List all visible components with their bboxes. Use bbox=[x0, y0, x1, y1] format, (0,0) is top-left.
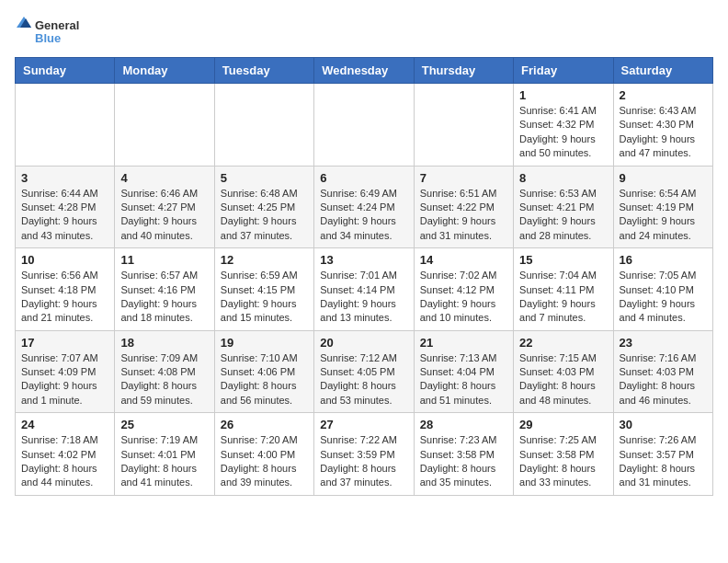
calendar-cell: 2Sunrise: 6:43 AM Sunset: 4:30 PM Daylig… bbox=[613, 84, 712, 167]
calendar-cell bbox=[314, 84, 414, 167]
day-number: 29 bbox=[519, 418, 607, 431]
calendar-cell: 11Sunrise: 6:57 AM Sunset: 4:16 PM Dayli… bbox=[115, 248, 214, 331]
day-info: Sunrise: 6:57 AM Sunset: 4:16 PM Dayligh… bbox=[120, 269, 208, 326]
calendar-cell: 21Sunrise: 7:13 AM Sunset: 4:04 PM Dayli… bbox=[414, 330, 513, 413]
calendar-cell: 1Sunrise: 6:41 AM Sunset: 4:32 PM Daylig… bbox=[514, 84, 613, 167]
day-info: Sunrise: 7:09 AM Sunset: 4:08 PM Dayligh… bbox=[120, 351, 208, 408]
calendar-cell bbox=[16, 84, 115, 167]
calendar-cell: 6Sunrise: 6:49 AM Sunset: 4:24 PM Daylig… bbox=[314, 166, 414, 248]
calendar-cell bbox=[115, 84, 214, 167]
logo-svg: General Blue bbox=[15, 15, 88, 50]
calendar-cell: 27Sunrise: 7:22 AM Sunset: 3:59 PM Dayli… bbox=[314, 413, 414, 496]
calendar-week-row: 24Sunrise: 7:18 AM Sunset: 4:02 PM Dayli… bbox=[16, 413, 713, 496]
day-number: 21 bbox=[420, 336, 507, 350]
day-info: Sunrise: 7:10 AM Sunset: 4:06 PM Dayligh… bbox=[221, 351, 308, 408]
calendar-cell: 18Sunrise: 7:09 AM Sunset: 4:08 PM Dayli… bbox=[115, 330, 214, 413]
calendar-cell: 20Sunrise: 7:12 AM Sunset: 4:05 PM Dayli… bbox=[314, 330, 414, 413]
day-info: Sunrise: 7:16 AM Sunset: 4:03 PM Dayligh… bbox=[620, 351, 707, 408]
calendar-cell: 22Sunrise: 7:15 AM Sunset: 4:03 PM Dayli… bbox=[514, 330, 613, 413]
day-info: Sunrise: 6:44 AM Sunset: 4:28 PM Dayligh… bbox=[21, 187, 108, 244]
col-header-friday: Friday bbox=[514, 58, 613, 84]
day-info: Sunrise: 7:18 AM Sunset: 4:02 PM Dayligh… bbox=[21, 433, 108, 490]
col-header-sunday: Sunday bbox=[16, 58, 115, 84]
day-info: Sunrise: 6:53 AM Sunset: 4:21 PM Dayligh… bbox=[519, 187, 607, 244]
calendar-cell: 23Sunrise: 7:16 AM Sunset: 4:03 PM Dayli… bbox=[613, 330, 712, 413]
day-number: 19 bbox=[221, 336, 308, 350]
day-number: 30 bbox=[620, 418, 707, 431]
calendar-cell bbox=[214, 84, 313, 167]
calendar-cell: 15Sunrise: 7:04 AM Sunset: 4:11 PM Dayli… bbox=[514, 248, 613, 331]
day-number: 3 bbox=[21, 171, 108, 185]
calendar-cell: 24Sunrise: 7:18 AM Sunset: 4:02 PM Dayli… bbox=[16, 413, 115, 496]
day-info: Sunrise: 7:26 AM Sunset: 3:57 PM Dayligh… bbox=[620, 433, 707, 490]
day-number: 11 bbox=[120, 253, 208, 267]
calendar-cell: 14Sunrise: 7:02 AM Sunset: 4:12 PM Dayli… bbox=[414, 248, 513, 331]
day-number: 16 bbox=[620, 253, 707, 267]
calendar-cell: 4Sunrise: 6:46 AM Sunset: 4:27 PM Daylig… bbox=[115, 166, 214, 248]
day-number: 8 bbox=[519, 171, 607, 185]
day-number: 22 bbox=[519, 336, 607, 350]
day-info: Sunrise: 7:20 AM Sunset: 4:00 PM Dayligh… bbox=[221, 433, 308, 490]
calendar-cell: 25Sunrise: 7:19 AM Sunset: 4:01 PM Dayli… bbox=[115, 413, 214, 496]
day-number: 2 bbox=[620, 88, 707, 102]
day-number: 15 bbox=[519, 253, 607, 267]
day-info: Sunrise: 7:19 AM Sunset: 4:01 PM Dayligh… bbox=[120, 433, 208, 490]
day-number: 20 bbox=[320, 336, 407, 350]
col-header-monday: Monday bbox=[115, 58, 214, 84]
day-info: Sunrise: 6:46 AM Sunset: 4:27 PM Dayligh… bbox=[120, 187, 208, 244]
day-info: Sunrise: 7:05 AM Sunset: 4:10 PM Dayligh… bbox=[620, 269, 707, 326]
day-info: Sunrise: 6:59 AM Sunset: 4:15 PM Dayligh… bbox=[221, 269, 308, 326]
calendar-cell: 28Sunrise: 7:23 AM Sunset: 3:58 PM Dayli… bbox=[414, 413, 513, 496]
day-number: 12 bbox=[221, 253, 308, 267]
calendar-cell: 29Sunrise: 7:25 AM Sunset: 3:58 PM Dayli… bbox=[514, 413, 613, 496]
calendar-cell: 30Sunrise: 7:26 AM Sunset: 3:57 PM Dayli… bbox=[613, 413, 712, 496]
day-info: Sunrise: 6:51 AM Sunset: 4:22 PM Dayligh… bbox=[420, 187, 507, 244]
day-info: Sunrise: 6:54 AM Sunset: 4:19 PM Dayligh… bbox=[620, 187, 707, 244]
col-header-tuesday: Tuesday bbox=[214, 58, 313, 84]
col-header-wednesday: Wednesday bbox=[314, 58, 414, 84]
day-info: Sunrise: 6:48 AM Sunset: 4:25 PM Dayligh… bbox=[221, 187, 308, 244]
day-info: Sunrise: 7:25 AM Sunset: 3:58 PM Dayligh… bbox=[519, 433, 607, 490]
calendar-cell: 13Sunrise: 7:01 AM Sunset: 4:14 PM Dayli… bbox=[314, 248, 414, 331]
calendar-week-row: 1Sunrise: 6:41 AM Sunset: 4:32 PM Daylig… bbox=[16, 84, 713, 167]
logo: General Blue bbox=[15, 15, 88, 50]
header: General Blue bbox=[15, 15, 713, 50]
calendar-cell bbox=[414, 84, 513, 167]
day-info: Sunrise: 7:04 AM Sunset: 4:11 PM Dayligh… bbox=[519, 269, 607, 326]
day-info: Sunrise: 7:22 AM Sunset: 3:59 PM Dayligh… bbox=[320, 433, 407, 490]
col-header-saturday: Saturday bbox=[613, 58, 712, 84]
calendar-week-row: 10Sunrise: 6:56 AM Sunset: 4:18 PM Dayli… bbox=[16, 248, 713, 331]
day-info: Sunrise: 7:13 AM Sunset: 4:04 PM Dayligh… bbox=[420, 351, 507, 408]
col-header-thursday: Thursday bbox=[414, 58, 513, 84]
calendar-cell: 9Sunrise: 6:54 AM Sunset: 4:19 PM Daylig… bbox=[613, 166, 712, 248]
day-info: Sunrise: 7:07 AM Sunset: 4:09 PM Dayligh… bbox=[21, 351, 108, 408]
day-number: 13 bbox=[320, 253, 407, 267]
calendar-cell: 7Sunrise: 6:51 AM Sunset: 4:22 PM Daylig… bbox=[414, 166, 513, 248]
day-number: 17 bbox=[21, 336, 108, 350]
day-info: Sunrise: 7:01 AM Sunset: 4:14 PM Dayligh… bbox=[320, 269, 407, 326]
day-info: Sunrise: 7:02 AM Sunset: 4:12 PM Dayligh… bbox=[420, 269, 507, 326]
day-number: 25 bbox=[120, 418, 208, 431]
day-number: 10 bbox=[21, 253, 108, 267]
calendar-cell: 5Sunrise: 6:48 AM Sunset: 4:25 PM Daylig… bbox=[214, 166, 313, 248]
day-number: 9 bbox=[620, 171, 707, 185]
calendar-cell: 8Sunrise: 6:53 AM Sunset: 4:21 PM Daylig… bbox=[514, 166, 613, 248]
day-info: Sunrise: 6:56 AM Sunset: 4:18 PM Dayligh… bbox=[21, 269, 108, 326]
day-number: 26 bbox=[221, 418, 308, 431]
calendar: SundayMondayTuesdayWednesdayThursdayFrid… bbox=[15, 57, 713, 496]
day-number: 18 bbox=[120, 336, 208, 350]
day-number: 6 bbox=[320, 171, 407, 185]
day-info: Sunrise: 7:15 AM Sunset: 4:03 PM Dayligh… bbox=[519, 351, 607, 408]
day-number: 23 bbox=[620, 336, 707, 350]
day-number: 24 bbox=[21, 418, 108, 431]
day-number: 1 bbox=[519, 88, 607, 102]
day-number: 27 bbox=[320, 418, 407, 431]
calendar-cell: 10Sunrise: 6:56 AM Sunset: 4:18 PM Dayli… bbox=[16, 248, 115, 331]
day-info: Sunrise: 7:23 AM Sunset: 3:58 PM Dayligh… bbox=[420, 433, 507, 490]
day-info: Sunrise: 6:41 AM Sunset: 4:32 PM Dayligh… bbox=[519, 104, 607, 161]
calendar-header-row: SundayMondayTuesdayWednesdayThursdayFrid… bbox=[16, 58, 713, 84]
calendar-cell: 17Sunrise: 7:07 AM Sunset: 4:09 PM Dayli… bbox=[16, 330, 115, 413]
day-number: 28 bbox=[420, 418, 507, 431]
svg-text:General: General bbox=[35, 18, 79, 32]
day-number: 4 bbox=[120, 171, 208, 185]
